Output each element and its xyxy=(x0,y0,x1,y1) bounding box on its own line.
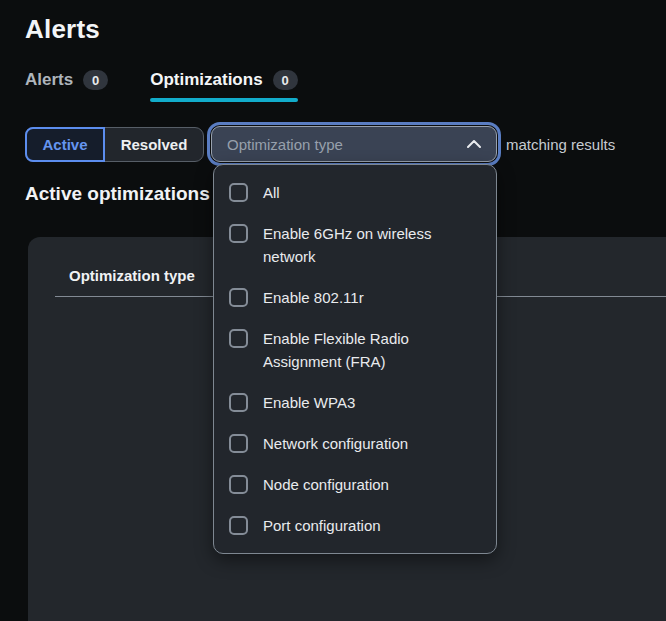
tab-optimizations-count-badge: 0 xyxy=(273,70,298,90)
chevron-up-icon xyxy=(467,140,481,148)
dropdown-option-label: Enable 6GHz on wireless network xyxy=(263,222,463,268)
dropdown-option-node-configuration[interactable]: Node configuration xyxy=(229,464,481,505)
optimization-type-select[interactable]: Optimization type xyxy=(211,126,497,162)
dropdown-option-enable-wpa3[interactable]: Enable WPA3 xyxy=(229,382,481,423)
status-filter-group: Active Resolved xyxy=(25,127,204,162)
dropdown-option-port-configuration[interactable]: Port configuration xyxy=(229,505,481,546)
filter-active-button[interactable]: Active xyxy=(25,127,105,162)
alerts-page: Alerts Alerts 0 Optimizations 0 Active R… xyxy=(0,0,666,621)
dropdown-option-label: Enable 802.11r xyxy=(263,286,364,309)
dropdown-option-enable-fra[interactable]: Enable Flexible Radio Assignment (FRA) xyxy=(229,318,481,382)
tab-alerts-label: Alerts xyxy=(25,70,73,90)
dropdown-option-label: Enable WPA3 xyxy=(263,391,355,414)
checkbox-icon[interactable] xyxy=(229,393,248,412)
tab-optimizations[interactable]: Optimizations 0 xyxy=(150,70,297,99)
checkbox-icon[interactable] xyxy=(229,183,248,202)
checkbox-icon[interactable] xyxy=(229,224,248,243)
checkbox-icon[interactable] xyxy=(229,475,248,494)
dropdown-option-all[interactable]: All xyxy=(229,172,481,213)
checkbox-icon[interactable] xyxy=(229,434,248,453)
dropdown-option-enable-6ghz[interactable]: Enable 6GHz on wireless network xyxy=(229,213,481,277)
page-title: Alerts xyxy=(25,14,100,45)
dropdown-option-label: Enable Flexible Radio Assignment (FRA) xyxy=(263,327,463,373)
dropdown-option-label: Port configuration xyxy=(263,514,381,537)
dropdown-option-label: Node configuration xyxy=(263,473,389,496)
dropdown-option-network-configuration[interactable]: Network configuration xyxy=(229,423,481,464)
dropdown-option-label: All xyxy=(263,181,280,204)
matching-results-text: matching results xyxy=(506,136,615,153)
tab-alerts[interactable]: Alerts 0 xyxy=(25,70,108,99)
checkbox-icon[interactable] xyxy=(229,329,248,348)
tab-optimizations-label: Optimizations xyxy=(150,70,262,90)
dropdown-option-label: Network configuration xyxy=(263,432,408,455)
optimization-type-select-placeholder: Optimization type xyxy=(227,136,343,153)
tab-alerts-count-badge: 0 xyxy=(83,70,108,90)
tab-bar: Alerts 0 Optimizations 0 xyxy=(25,70,298,99)
checkbox-icon[interactable] xyxy=(229,288,248,307)
optimization-type-dropdown-menu: All Enable 6GHz on wireless network Enab… xyxy=(213,164,497,554)
checkbox-icon[interactable] xyxy=(229,516,248,535)
filter-resolved-button[interactable]: Resolved xyxy=(105,127,203,162)
dropdown-option-enable-80211r[interactable]: Enable 802.11r xyxy=(229,277,481,318)
section-heading: Active optimizations xyxy=(25,183,210,205)
column-header-optimization-type[interactable]: Optimization type xyxy=(69,267,195,284)
